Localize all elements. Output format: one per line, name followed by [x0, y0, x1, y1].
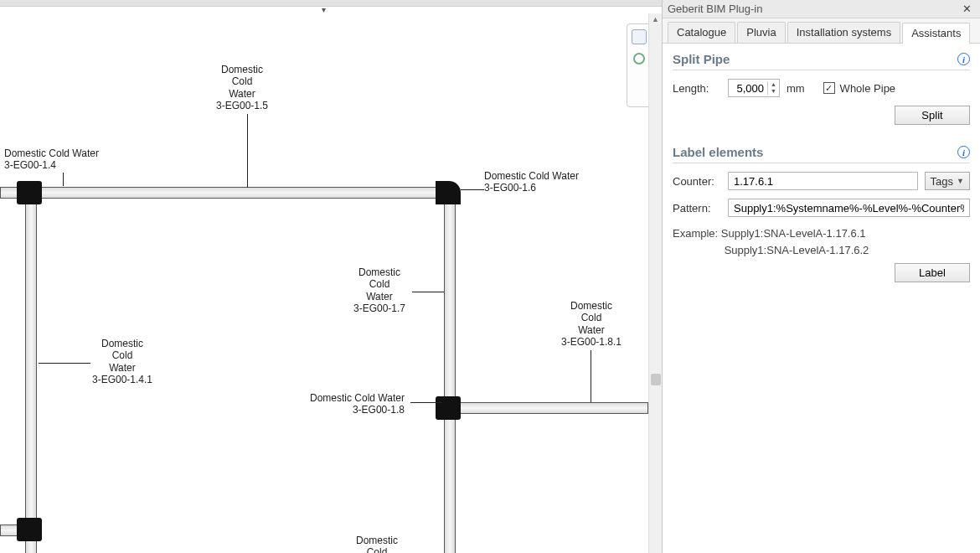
example-line2: Supply1:SNA-LevelA-1.17.6.2: [725, 244, 869, 256]
tab-assistants[interactable]: Assistants: [902, 23, 970, 44]
pipe-label: Domestic Cold Water3-EG00-1.4: [4, 147, 99, 172]
pipe-label: DomesticColdWater3-EG00-1.8.1: [561, 300, 622, 349]
scroll-up-icon[interactable]: ▲: [652, 15, 659, 23]
split-button[interactable]: Split: [895, 106, 970, 125]
counter-label: Counter:: [673, 175, 721, 188]
tab-installation-systems[interactable]: Installation systems: [787, 22, 900, 43]
whole-pipe-checkbox[interactable]: ✓ Whole Pipe: [823, 82, 895, 95]
checkbox-box[interactable]: ✓: [823, 82, 835, 94]
counter-input[interactable]: [728, 172, 918, 190]
spin-down-icon[interactable]: ▼: [768, 88, 779, 95]
pipe-fitting-elbow[interactable]: [436, 181, 461, 204]
leader-line: [247, 114, 248, 188]
pipe-segment[interactable]: [444, 193, 456, 553]
length-input[interactable]: [729, 82, 767, 95]
section-split-pipe: Split Pipe i: [673, 52, 970, 70]
pipe-fitting-tee[interactable]: [17, 181, 42, 204]
close-icon[interactable]: ✕: [959, 3, 975, 15]
leader-line: [410, 402, 442, 403]
tab-catalogue[interactable]: Catalogue: [668, 22, 735, 43]
pipe-label: Domestic Cold Water3-EG00-1.6: [484, 170, 579, 194]
view-cube-icon[interactable]: [632, 29, 647, 44]
info-icon[interactable]: i: [957, 146, 970, 158]
scrollbar-thumb[interactable]: [651, 374, 661, 385]
pipe-label: DomesticColdWater3-EG00-1.5: [216, 64, 268, 112]
panel-header[interactable]: Geberit BIM Plug-in ✕: [663, 0, 980, 18]
example-block: Example: Supply1:SNA-LevelA-1.17.6.1 Sup…: [673, 225, 970, 258]
panel-collapse-icon[interactable]: ▾: [322, 5, 332, 13]
tab-pluvia[interactable]: Pluvia: [737, 22, 785, 43]
label-button[interactable]: Label: [895, 263, 970, 282]
pattern-input[interactable]: [728, 199, 970, 217]
panel-body: Split Pipe i Length: ▲▼ mm ✓ Whole Pipe …: [663, 44, 980, 553]
pipe-fitting-elbow[interactable]: [17, 518, 42, 541]
length-spinner[interactable]: ▲▼: [767, 81, 779, 95]
section-label-elements: Label elements i: [673, 145, 970, 163]
tags-dropdown[interactable]: Tags ▼: [925, 172, 970, 190]
length-label: Length:: [673, 82, 721, 95]
pipe-label: DomesticColdWater3-EG00-1.7: [353, 266, 405, 315]
split-pipe-heading: Split Pipe: [673, 52, 730, 66]
drawing-canvas[interactable]: ▾ Domestic Cold Water3-EG00-1.4 Domestic…: [0, 0, 662, 553]
pipe-segment[interactable]: [25, 193, 37, 553]
label-elements-heading: Label elements: [673, 145, 763, 159]
leader-line: [591, 350, 591, 402]
chevron-down-icon: ▼: [957, 177, 964, 185]
leader-line: [39, 363, 90, 364]
tags-label: Tags: [931, 175, 953, 188]
info-icon[interactable]: i: [957, 53, 970, 65]
leader-line: [63, 173, 64, 186]
leader-line: [461, 189, 484, 190]
pipe-label: Domestic Cold Water3-EG00-1.8: [310, 392, 405, 416]
spin-up-icon[interactable]: ▲: [768, 81, 779, 88]
panel-tabs: Catalogue Pluvia Installation systems As…: [663, 18, 980, 44]
pattern-label: Pattern:: [673, 202, 721, 214]
leader-line: [412, 292, 444, 292]
steering-wheel-icon[interactable]: [633, 53, 645, 65]
pipe-segment[interactable]: [0, 187, 456, 199]
canvas-vertical-scrollbar[interactable]: ▲: [648, 13, 662, 553]
length-unit: mm: [787, 82, 805, 95]
whole-pipe-label: Whole Pipe: [840, 82, 895, 95]
example-label: Example:: [673, 227, 718, 240]
length-input-wrapper: ▲▼: [728, 79, 780, 97]
pipe-fitting-tee[interactable]: [436, 396, 461, 420]
pipe-segment[interactable]: [452, 402, 648, 414]
panel-title: Geberit BIM Plug-in: [668, 3, 762, 15]
plugin-panel: Geberit BIM Plug-in ✕ Catalogue Pluvia I…: [662, 0, 980, 553]
example-line1: Supply1:SNA-LevelA-1.17.6.1: [721, 227, 866, 240]
pipe-label: DomesticColdWater3-EG00-1.4.1: [92, 338, 152, 386]
pipe-label: DomesticCold: [356, 535, 398, 553]
